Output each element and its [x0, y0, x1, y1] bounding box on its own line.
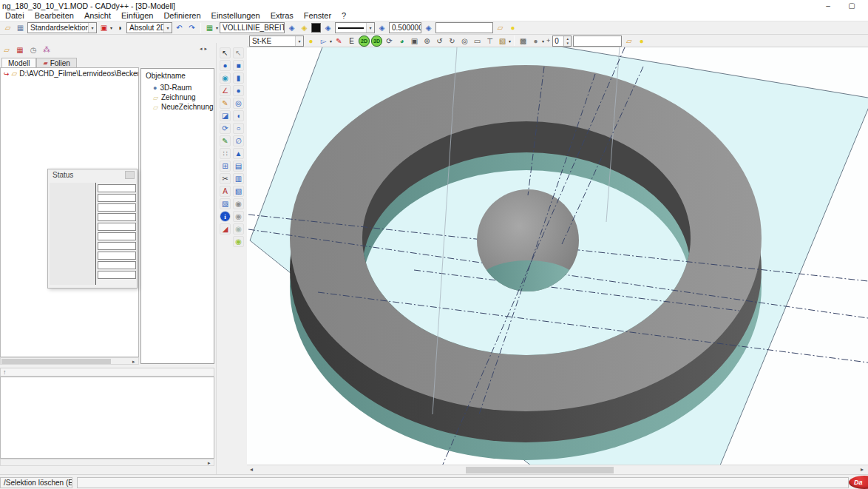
box-primitive-icon[interactable]: ■ — [233, 60, 244, 71]
render-view-icon[interactable]: ◕ — [396, 36, 407, 47]
layer-dropdown[interactable]: St-KE▾ — [249, 36, 304, 47]
shading-cube-icon[interactable]: ▧ — [497, 36, 508, 47]
linetype-input[interactable]: VOLLLINIE_BREIT — [220, 22, 285, 33]
chevron-down-icon[interactable]: ▾ — [366, 23, 374, 33]
edit-e-icon[interactable]: E — [346, 36, 357, 47]
linewidth-layer-icon[interactable]: ◈ — [423, 22, 434, 33]
pen-color-swatch[interactable] — [311, 23, 321, 33]
clock-icon[interactable]: ◷ — [28, 44, 38, 55]
status-field-2[interactable] — [98, 194, 136, 202]
new-model-folder-icon[interactable]: ▱ — [1, 44, 12, 55]
spinner-arrows[interactable]: ▴▾ — [563, 36, 571, 46]
transparency-pattern-icon[interactable]: ▩ — [518, 36, 529, 47]
plus-icon[interactable]: + — [546, 37, 551, 44]
sweep-icon[interactable]: ▧ — [233, 186, 244, 197]
linetype-bulb-icon[interactable]: ◈ — [299, 22, 310, 33]
globe-view-icon[interactable]: ◉ — [220, 72, 231, 84]
status-field-7[interactable] — [98, 242, 136, 250]
loft-icon[interactable]: ▥ — [233, 173, 244, 184]
menu-fenster[interactable]: Fenster — [299, 11, 336, 21]
bool-subtract-icon[interactable]: ◉ — [233, 211, 244, 222]
status-window-button[interactable] — [125, 171, 135, 179]
viewport-scroll-right-arrow[interactable]: ▸ — [861, 466, 864, 473]
visibility-bulb2-icon[interactable]: ● — [636, 36, 647, 47]
rotate-cw-icon[interactable]: ↻ — [447, 36, 458, 47]
maximize-button[interactable]: ▢ — [841, 0, 862, 11]
tree-scroll-right-arrow[interactable]: ▸ — [132, 358, 135, 365]
sketch-pen-icon[interactable]: ✎ — [333, 36, 345, 47]
chevron-down-icon[interactable]: ▾ — [542, 38, 544, 44]
chevron-down-icon[interactable]: ▾ — [88, 23, 96, 33]
pencolor-layer-icon[interactable]: ◈ — [322, 22, 333, 33]
visibility-bulb-icon[interactable]: ● — [507, 22, 518, 33]
normal-view-icon[interactable]: ⊤ — [484, 36, 495, 47]
chevron-down-icon[interactable]: ▾ — [295, 36, 303, 46]
trim-icon[interactable]: ✂ — [220, 173, 231, 184]
chevron-down-icon[interactable]: ▾ — [216, 25, 218, 30]
extrude-icon[interactable]: ▤ — [233, 161, 244, 172]
hemisphere-primitive-icon[interactable]: ◖ — [233, 110, 244, 121]
minimize-button[interactable]: – — [818, 0, 838, 11]
status-field-4[interactable] — [98, 213, 136, 221]
view-3d-button[interactable]: 3D — [371, 36, 382, 47]
select3d-icon[interactable]: ↖ — [233, 47, 244, 58]
eraser-icon[interactable]: ◢ — [220, 223, 231, 235]
objekt-item-3d-raum[interactable]: ●3D-Raum — [141, 83, 214, 92]
viewport-horizontal-scrollbar[interactable]: ◂ ▸ — [247, 465, 868, 474]
pan-hand-icon[interactable]: ⊕ — [421, 36, 433, 47]
select-arrow-icon[interactable]: ↖ — [220, 47, 231, 58]
rotate-view-icon[interactable]: ⟳ — [384, 36, 395, 47]
selection-mode-dropdown[interactable]: Standardselektion▾ — [27, 22, 97, 33]
chevron-down-icon[interactable]: ▾ — [509, 38, 511, 44]
zoom-window-icon[interactable]: ▣ — [409, 36, 420, 47]
sphere-primitive-icon[interactable]: ● — [233, 85, 244, 96]
text-icon[interactable]: A — [220, 186, 231, 197]
chevron-down-icon[interactable]: ▾ — [163, 23, 172, 33]
linestyle-dropdown[interactable]: ▾ — [335, 22, 375, 33]
objekt-item-neuezeichnung[interactable]: ▱NeueZeichnung — [141, 102, 214, 112]
bool-union-icon[interactable]: ◉ — [233, 198, 244, 209]
view-2d-button[interactable]: 2D — [359, 36, 370, 47]
folder-apply-icon[interactable]: ▱ — [495, 22, 506, 33]
status-field-6[interactable] — [98, 232, 136, 240]
status-floating-window[interactable]: Status — [47, 169, 138, 289]
select-frame-icon[interactable]: ▣ — [98, 22, 109, 33]
cylinder-primitive-icon[interactable]: ▮ — [233, 72, 244, 84]
tab-folien[interactable]: ▰Folien — [36, 58, 76, 68]
cone-primitive-icon[interactable]: ▲ — [233, 148, 244, 159]
tree-scrollbar-thumb[interactable] — [1, 359, 111, 364]
sphere-tool-icon[interactable]: ● — [220, 60, 231, 71]
redo-icon[interactable]: ↷ — [186, 22, 197, 33]
folder-apply2-icon[interactable]: ▱ — [623, 36, 634, 47]
zoom-all-icon[interactable]: ◎ — [459, 36, 470, 47]
green-pencil-icon[interactable]: ✎ — [220, 135, 231, 146]
point-grid-icon[interactable]: ∷ — [220, 148, 231, 159]
undo-icon[interactable]: ↶ — [174, 22, 185, 33]
save-icon[interactable]: ▦ — [15, 22, 26, 33]
detail-scroll-right-arrow[interactable]: ▸ — [208, 459, 211, 466]
torus-primitive-icon[interactable]: ◎ — [233, 98, 244, 109]
viewport-3d[interactable] — [247, 47, 868, 465]
tab-modell[interactable]: Modell — [1, 58, 36, 68]
status-field-1[interactable] — [98, 184, 136, 192]
orbit-center-icon[interactable]: ◑ — [114, 22, 125, 33]
dimension-icon[interactable]: ∠ — [220, 85, 231, 96]
menu-einstellungen[interactable]: Einstellungen — [206, 11, 265, 21]
tree-item-model-file[interactable]: ↪ ▱ D:\AVCHD_Filme\Lernvideos\BeckerCAD … — [1, 68, 138, 78]
menu-definieren[interactable]: Definieren — [158, 11, 206, 21]
rotate-ccw-icon[interactable]: ↺ — [434, 36, 445, 47]
info-icon[interactable]: i — [220, 211, 231, 222]
ring-primitive-icon[interactable]: ○ — [233, 123, 244, 134]
bool-intersect-icon[interactable]: ◉ — [233, 223, 244, 235]
value-input[interactable] — [573, 36, 622, 47]
linewidth-input[interactable]: 0.500000 — [389, 22, 421, 33]
linestyle-layer-icon[interactable]: ◈ — [376, 22, 387, 33]
menu-ansicht[interactable]: Ansicht — [79, 11, 116, 21]
tree-horizontal-scrollbar[interactable]: ▸ — [0, 357, 139, 365]
users-icon[interactable]: ⁂ — [41, 44, 52, 55]
layout-icon[interactable]: ▦ — [15, 44, 25, 55]
objekt-item-zeichnung[interactable]: ▱Zeichnung — [141, 92, 214, 102]
solids-icon[interactable]: ◪ — [220, 110, 231, 121]
bool-cut-icon[interactable]: ◉ — [233, 236, 244, 247]
chevron-down-icon[interactable]: ▾ — [110, 25, 112, 30]
